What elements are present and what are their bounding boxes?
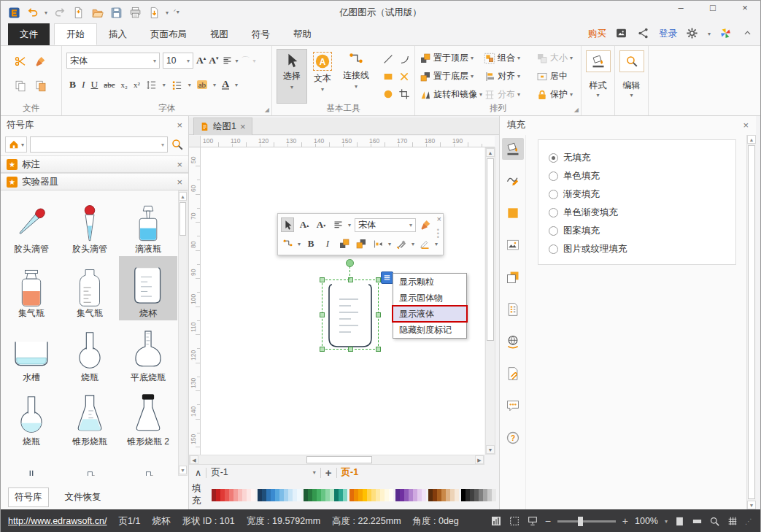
minimize-button[interactable]: –	[673, 2, 689, 13]
collapse-pages-icon[interactable]: ∧	[195, 467, 201, 478]
fill-option-单色填充[interactable]: 单色填充	[549, 167, 725, 185]
cross-tool-button[interactable]	[398, 71, 410, 82]
context-menu-item-显示固体物[interactable]: 显示固体物	[393, 290, 466, 306]
add-page-button[interactable]: +	[325, 466, 332, 479]
rectangle-tool-button[interactable]	[382, 71, 394, 82]
context-menu-item-显示颗粒[interactable]: 显示颗粒	[393, 274, 466, 290]
ft-bring-front-button[interactable]	[338, 236, 351, 251]
symbol-集气瓶[interactable]: 集气瓶	[61, 256, 119, 320]
context-menu-item-显示液体[interactable]: 显示液体	[393, 306, 466, 322]
zoom-slider[interactable]	[557, 520, 616, 523]
style-dropdown[interactable]: ▾	[586, 92, 610, 99]
collapse-ribbon-icon[interactable]	[741, 27, 754, 40]
ft-align-shapes-button[interactable]	[371, 236, 385, 251]
symbol-滴液瓶[interactable]: 滴液瓶	[119, 192, 177, 256]
ft-grow-font-button[interactable]: A▴	[298, 217, 311, 232]
library-section-标注[interactable]: ★标注×	[1, 155, 188, 173]
document-tab-close-icon[interactable]: ×	[240, 121, 246, 132]
fill-option-图案填充[interactable]: 图案填充	[549, 222, 725, 240]
menu-tab-帮助[interactable]: 帮助	[282, 23, 323, 45]
fit-page-icon[interactable]	[674, 516, 685, 527]
page-selector-dropdown[interactable]: ▾	[313, 469, 316, 476]
scroll-up-icon[interactable]: ▲	[179, 192, 187, 201]
symbol-锥形烧瓶[interactable]: 锥形烧瓶	[61, 385, 119, 449]
drawing-area[interactable]: A▴ A▾ ▾ 宋体▾ ▾ B I ▾	[201, 147, 484, 465]
symbol-烧杯[interactable]: 烧杯	[119, 256, 177, 320]
font-size-select[interactable]: 10▾	[163, 53, 193, 69]
handle-top-right[interactable]	[376, 277, 381, 282]
scroll-up-icon[interactable]: ▲	[486, 148, 495, 157]
font-color-button[interactable]: A	[222, 80, 229, 90]
ft-send-back-button[interactable]	[355, 236, 368, 251]
share-icon[interactable]	[637, 27, 650, 40]
symbol-锥形烧瓶 2[interactable]: 锥形烧瓶 2	[119, 385, 177, 449]
ft-font-select[interactable]: 宋体▾	[355, 218, 416, 232]
italic-button[interactable]: I	[82, 79, 85, 90]
color-swatch[interactable]	[389, 489, 393, 501]
canvas-horizontal-scrollbar[interactable]: ◀ ▶	[189, 455, 484, 465]
format-painter-button[interactable]	[35, 55, 47, 67]
arrange-dialog-launcher[interactable]: ◢	[574, 107, 579, 113]
arrange-置于底层-button[interactable]: 置于底层▾	[420, 70, 484, 82]
radio-icon[interactable]	[549, 208, 558, 217]
handle-bottom-right[interactable]	[376, 347, 381, 352]
menu-tab-视图[interactable]: 视图	[198, 23, 240, 45]
library-section-实验器皿[interactable]: ★实验器皿×	[1, 173, 188, 190]
ft-format-painter-button[interactable]	[420, 217, 433, 232]
library-search-icon[interactable]	[171, 138, 184, 151]
rotation-handle[interactable]	[346, 259, 354, 267]
text-tool-button[interactable]: A 文本▾	[307, 49, 338, 104]
print-button[interactable]	[128, 5, 142, 20]
zoom-level[interactable]: 100%	[635, 516, 658, 526]
color-swatch[interactable]	[343, 489, 347, 501]
context-menu-item-隐藏刻度标记[interactable]: 隐藏刻度标记	[393, 322, 466, 338]
handle-bottom-center[interactable]	[348, 347, 353, 352]
scroll-right-icon[interactable]: ▶	[475, 455, 484, 464]
fill-option-图片或纹理填充[interactable]: 图片或纹理填充	[549, 240, 725, 258]
export-button[interactable]	[147, 5, 161, 20]
hyperlink-panel-icon[interactable]	[502, 331, 524, 352]
ellipse-tool-button[interactable]	[382, 88, 394, 100]
section-close-icon[interactable]: ×	[177, 159, 182, 170]
ft-connector-button[interactable]	[281, 236, 294, 251]
cut-button[interactable]	[14, 55, 27, 68]
paste-button[interactable]	[34, 80, 47, 93]
save-button[interactable]	[109, 5, 123, 20]
open-button[interactable]	[90, 5, 104, 20]
login-button[interactable]: 登录	[659, 28, 677, 40]
image-panel-icon[interactable]	[502, 234, 524, 256]
symbol-胶头滴管[interactable]: 胶头滴管	[61, 192, 119, 256]
color-swatch[interactable]	[251, 489, 255, 501]
zoom-area-icon[interactable]	[709, 516, 720, 527]
ft-tools-button[interactable]	[395, 236, 408, 251]
edit-dropdown[interactable]: ▾	[619, 92, 644, 99]
settings-gear-icon[interactable]	[686, 27, 699, 40]
arrange-组合-button[interactable]: 组合▾	[484, 52, 536, 64]
handle-middle-left[interactable]	[320, 312, 325, 317]
superscript-button[interactable]: x²	[134, 80, 140, 89]
help-panel-icon[interactable]: ?	[502, 427, 524, 449]
presentation-icon[interactable]	[527, 515, 538, 527]
shadow-panel-icon[interactable]	[502, 266, 524, 288]
fill-option-无填充[interactable]: 无填充	[549, 149, 725, 167]
radio-icon[interactable]	[549, 171, 558, 181]
handle-middle-right[interactable]	[376, 312, 381, 317]
arc-tool-button[interactable]	[398, 53, 410, 65]
ft-align-button[interactable]	[331, 217, 344, 232]
pan-zoom-icon[interactable]	[490, 515, 502, 527]
crop-tool-button[interactable]	[398, 88, 410, 100]
arrange-对齐-button[interactable]: 对齐▾	[484, 70, 536, 82]
menu-tab-符号[interactable]: 符号	[240, 23, 282, 45]
scroll-up-icon[interactable]: ▲	[747, 135, 756, 144]
fit-width-icon[interactable]	[692, 516, 703, 527]
connector-tool-button[interactable]: 连接线▾	[338, 49, 374, 104]
arrange-旋转和镜像-button[interactable]: 旋转和镜像▾	[420, 88, 484, 101]
shape-panel-icon[interactable]	[502, 202, 524, 224]
ft-shrink-font-button[interactable]: A▾	[314, 217, 328, 232]
canvas-vertical-scrollbar[interactable]: ▲ ▼	[485, 147, 495, 455]
align-text-button[interactable]	[222, 55, 233, 66]
page-selector[interactable]: 页-1	[211, 466, 228, 479]
color-swatch[interactable]	[297, 489, 301, 501]
fill-option-单色渐变填充[interactable]: 单色渐变填充	[549, 204, 725, 222]
line-style-panel-icon[interactable]	[502, 170, 524, 192]
